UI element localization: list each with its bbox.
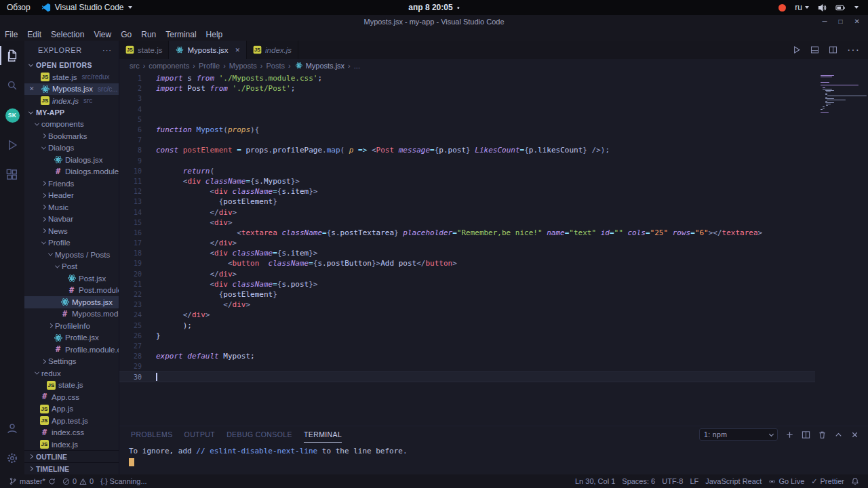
split-editor-icon[interactable]	[829, 45, 837, 54]
open-editor-item-myposts-jsx[interactable]: Myposts.jsxsrc/c...	[24, 83, 119, 96]
recording-indicator-icon[interactable]	[778, 4, 786, 12]
tree-folder-bookmarks[interactable]: Bookmarks	[24, 130, 119, 142]
tree-file-dialogs-jsx[interactable]: Dialogs.jsx	[24, 154, 119, 166]
tree-file-myposts-jsx[interactable]: Myposts.jsx	[24, 296, 119, 308]
tree-folder-header[interactable]: Header	[24, 190, 119, 202]
tree-file-dialogs-module[interactable]: #Dialogs.module...	[24, 166, 119, 178]
maximize-button[interactable]: □	[839, 15, 843, 28]
terminal-output[interactable]: To ignore, add // eslint-disable-next-li…	[119, 443, 868, 468]
tree-folder-friends[interactable]: Friends	[24, 178, 119, 190]
scanning-status[interactable]: {.} Scanning...	[97, 474, 151, 488]
tree-folder-redux[interactable]: redux	[24, 367, 119, 380]
menu-item-help[interactable]: Help	[201, 28, 228, 41]
breadcrumb-item-profile[interactable]: Profile	[199, 62, 220, 70]
tree-file-index-css[interactable]: #index.css	[24, 427, 119, 439]
tree-folder-post[interactable]: Post	[24, 261, 119, 273]
explorer-more-actions-icon[interactable]	[102, 46, 112, 54]
line-number[interactable]: 21	[119, 281, 142, 288]
code-line[interactable]: 7	[119, 135, 868, 145]
tree-folder-profile[interactable]: Profile	[24, 237, 119, 249]
tree-file-profile-jsx[interactable]: Profile.jsx	[24, 332, 119, 344]
close-icon[interactable]	[29, 85, 35, 92]
clock[interactable]: апр 8 20:05	[408, 3, 459, 12]
line-number[interactable]: 18	[119, 249, 142, 257]
close-button[interactable]: ✕	[854, 15, 860, 28]
line-number[interactable]: 25	[119, 322, 142, 329]
code-line[interactable]: 1import s from './Myposts.module.css';	[119, 73, 868, 83]
tree-file-app-css[interactable]: #App.css	[24, 391, 119, 403]
code-line[interactable]: 23 </div>	[119, 300, 868, 310]
maximize-panel-chevron-icon[interactable]	[834, 430, 843, 439]
code-line[interactable]: 9	[119, 156, 868, 166]
line-number[interactable]: 6	[119, 126, 142, 134]
line-number[interactable]: 16	[119, 229, 142, 237]
new-terminal-icon[interactable]	[785, 430, 794, 439]
line-number[interactable]: 9	[119, 157, 142, 165]
tree-file-post-jsx[interactable]: Post.jsx	[24, 272, 119, 285]
close-panel-icon[interactable]	[850, 430, 859, 439]
tree-file-index-js[interactable]: JSindex.js	[24, 439, 119, 450]
code-line[interactable]: 17 </div>	[119, 238, 868, 248]
code-line[interactable]: 14 </div>	[119, 207, 868, 217]
outline-section-header[interactable]: OUTLINE	[24, 450, 119, 462]
tree-file-profile-module-css[interactable]: #Profile.module.css	[24, 344, 119, 356]
line-number[interactable]: 3	[119, 95, 142, 102]
code-line[interactable]: 27	[119, 341, 868, 351]
run-debug-activity-icon[interactable]	[0, 130, 24, 160]
line-number[interactable]: 14	[119, 209, 142, 216]
line-number[interactable]: 11	[119, 178, 142, 185]
line-number[interactable]: 8	[119, 146, 142, 154]
code-line[interactable]: 11 <div className={s.Mypost}>	[119, 176, 868, 186]
tree-file-app-test-js[interactable]: JSApp.test.js	[24, 415, 119, 427]
line-number[interactable]: 20	[119, 270, 142, 278]
search-activity-icon[interactable]	[0, 70, 24, 100]
kill-terminal-trash-icon[interactable]	[818, 430, 827, 439]
terminal-selector[interactable]: 1: npm	[699, 428, 778, 441]
accounts-icon[interactable]	[0, 413, 24, 443]
panel-tab-debug-console[interactable]: DEBUG CONSOLE	[226, 427, 292, 443]
breadcrumb-item-myposts[interactable]: Myposts	[229, 62, 257, 70]
line-number[interactable]: 23	[119, 301, 142, 308]
open-editor-item-state-js[interactable]: JSstate.jssrc/redux	[24, 71, 119, 83]
tree-file-app-js[interactable]: JSApp.js	[24, 403, 119, 415]
encoding-status[interactable]: UTF-8	[658, 474, 686, 488]
eol-status[interactable]: LF	[686, 474, 702, 488]
code-line[interactable]: 4	[119, 104, 868, 115]
language-mode-status[interactable]: JavaScript React	[702, 474, 765, 488]
editor-more-actions-icon[interactable]	[847, 44, 860, 56]
system-menu-chevron-icon[interactable]	[854, 6, 859, 9]
line-number[interactable]: 7	[119, 136, 142, 144]
line-number[interactable]: 13	[119, 198, 142, 205]
tree-folder-components[interactable]: components	[24, 119, 119, 131]
code-line[interactable]: 15 <div>	[119, 218, 868, 228]
menu-item-edit[interactable]: Edit	[22, 28, 46, 41]
breadcrumb-file[interactable]: Myposts.jsx	[294, 61, 344, 70]
line-number[interactable]: 10	[119, 167, 142, 175]
code-line[interactable]: 10 return(	[119, 166, 868, 176]
code-line[interactable]: 24 </div>	[119, 310, 868, 320]
notifications-status[interactable]	[848, 474, 863, 488]
code-line[interactable]: 12 <div className={s.item}>	[119, 186, 868, 197]
minimap[interactable]	[815, 72, 868, 426]
code-line[interactable]: 16 <textarea className={s.postTextarea} …	[119, 228, 868, 238]
tab-state-js[interactable]: JSstate.js	[119, 41, 169, 59]
problems-status[interactable]: 0 0	[59, 474, 97, 488]
line-number[interactable]: 24	[119, 311, 142, 319]
run-file-icon[interactable]	[792, 45, 801, 54]
line-number[interactable]: 29	[119, 363, 142, 370]
tree-folder-myposts-posts[interactable]: Myposts / Posts	[24, 249, 119, 261]
code-line[interactable]: 25 );	[119, 321, 868, 331]
code-line[interactable]: 19 <button className={s.postButton}>Add …	[119, 258, 868, 268]
extensions-activity-icon[interactable]	[0, 160, 24, 190]
breadcrumb-item-components[interactable]: components	[149, 62, 189, 70]
line-number[interactable]: 12	[119, 188, 142, 195]
line-number[interactable]: 28	[119, 352, 142, 360]
line-number[interactable]: 19	[119, 260, 142, 267]
git-branch-status[interactable]: master*	[5, 474, 59, 488]
line-number[interactable]: 1	[119, 75, 142, 82]
tab-myposts-jsx[interactable]: Myposts.jsx	[169, 41, 247, 59]
panel-tab-output[interactable]: OUTPUT	[184, 427, 216, 443]
line-number[interactable]: 17	[119, 239, 142, 247]
tree-folder-music[interactable]: Music	[24, 201, 119, 214]
code-line[interactable]: 26}	[119, 331, 868, 341]
